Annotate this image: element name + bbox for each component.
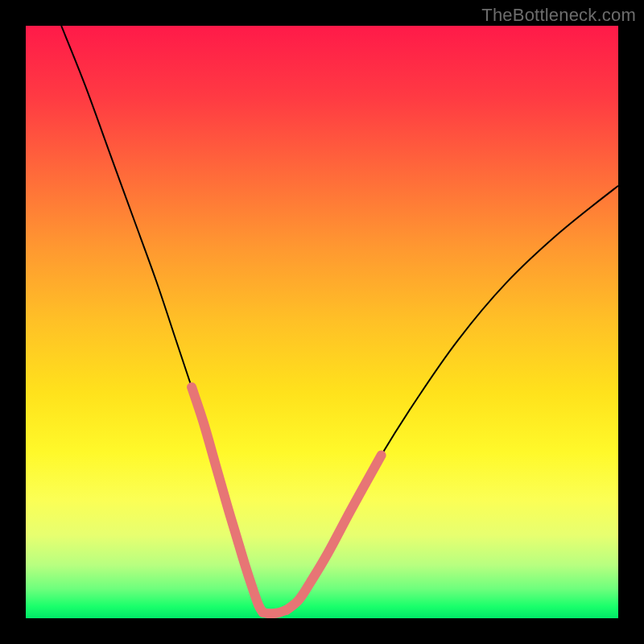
watermark-label: TheBottleneck.com — [481, 5, 636, 26]
chart-frame: TheBottleneck.com — [0, 0, 644, 644]
plot-area — [26, 26, 618, 618]
series-highlight-segment-left — [192, 387, 262, 613]
series-highlight-segment-right — [287, 456, 382, 610]
chart-svg — [26, 26, 618, 618]
